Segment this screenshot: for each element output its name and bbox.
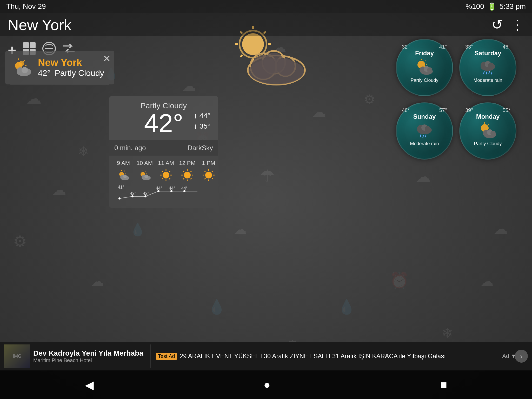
svg-point-111 [170, 190, 172, 192]
svg-line-59 [124, 171, 125, 171]
svg-point-32 [19, 61, 24, 66]
svg-line-77 [169, 171, 170, 172]
battery-level: %100 [466, 2, 484, 11]
page-title: New York [8, 16, 71, 34]
day-hi: 41° [439, 44, 447, 50]
forecast-card: Partly Cloudy 42° ↑ 44° ↓ 35° 0 min. ago… [109, 96, 218, 208]
ad-bar: IMG Dev Kadroyla Yeni Yıla Merhaba Marit… [0, 342, 532, 370]
ad-image: IMG [4, 344, 30, 368]
up-arrow: ↑ [194, 112, 197, 120]
day-condition: Partly Cloudy [474, 141, 502, 147]
current-temp: 42° [38, 68, 50, 78]
forecast-minmax: ↑ 44° ↓ 35° [194, 112, 210, 130]
svg-point-108 [131, 195, 134, 197]
svg-line-133 [489, 71, 489, 74]
status-time: 5:33 pm [500, 2, 526, 11]
hourly-item: 10 AM [136, 160, 154, 182]
svg-point-38 [22, 67, 28, 73]
svg-line-88 [190, 178, 191, 179]
svg-line-131 [484, 71, 484, 74]
source: DarkSky [188, 144, 213, 152]
svg-text:42°: 42° [130, 191, 136, 196]
svg-point-149 [490, 131, 496, 136]
svg-text:42°: 42° [143, 191, 149, 196]
recent-button[interactable]: ■ [440, 378, 447, 391]
ad-next-button[interactable]: › [515, 350, 528, 363]
svg-point-71 [163, 172, 169, 178]
svg-rect-26 [30, 42, 36, 48]
svg-point-89 [205, 172, 212, 178]
current-weather-card: ✕ New York 42° Partly Cloudy [5, 51, 114, 84]
svg-line-132 [486, 72, 487, 74]
test-ad-badge: Test Ad [156, 353, 177, 360]
day-lo: 32° [402, 44, 410, 50]
day-condition: Partly Cloudy [410, 78, 438, 83]
svg-line-87 [183, 178, 184, 179]
svg-rect-25 [23, 42, 29, 48]
day-forecast-grid: 32° 41° Friday Partly Cloudy 33° 46° Sat… [396, 39, 516, 159]
svg-point-80 [184, 172, 191, 178]
hourly-section: 9 AM 10 AM 11 AM [109, 156, 218, 208]
day-lo: 39° [465, 107, 473, 113]
hourly-item: 12 PM [178, 160, 196, 182]
svg-line-66 [145, 171, 146, 171]
svg-line-86 [190, 171, 191, 172]
svg-text:41°: 41° [118, 185, 124, 189]
ad-label: Ad ▼ [502, 353, 516, 360]
day-condition: Moderate rain [410, 141, 439, 147]
day-forecast-circle: 32° 41° Friday Partly Cloudy [396, 39, 453, 96]
hourly-item: 9 AM [114, 160, 132, 182]
menu-button[interactable]: ⋮ [511, 17, 524, 32]
svg-line-47 [240, 55, 242, 57]
back-button[interactable]: ◀ [85, 378, 94, 391]
bottom-nav: ◀ ● ■ [0, 370, 532, 399]
svg-line-140 [423, 135, 423, 137]
hourly-item: 1 PM [200, 160, 218, 182]
svg-line-76 [162, 171, 163, 172]
current-condition: Partly Cloudy [55, 68, 104, 78]
day-hi: 55° [503, 107, 510, 113]
hourly-item: 11 AM [157, 160, 175, 182]
status-date: Thu, Nov 29 [6, 2, 46, 11]
ad-title: Dev Kadroyla Yeni Yıla Merhaba [33, 349, 143, 357]
svg-line-139 [420, 135, 421, 137]
svg-line-97 [212, 178, 213, 179]
svg-line-134 [491, 72, 492, 74]
day-name: Friday [415, 50, 434, 57]
svg-line-94 [204, 171, 205, 172]
svg-point-130 [488, 63, 494, 68]
svg-text:44°: 44° [169, 186, 175, 190]
low-temp: 35° [200, 122, 210, 130]
high-temp: 44° [200, 112, 210, 120]
header: New York ↺ ⋮ [0, 13, 532, 36]
svg-point-126 [427, 67, 432, 72]
svg-point-107 [118, 197, 121, 200]
day-name: Sunday [413, 113, 436, 120]
day-forecast-circle: 48° 57° Sunday Moderate rain [396, 102, 453, 159]
ad-text: 29 ARALIK EVENT YÜKSEL I 30 Aralık ZİYNE… [180, 353, 527, 360]
city-name: New York [38, 57, 104, 68]
home-button[interactable]: ● [263, 378, 270, 391]
svg-line-121 [425, 61, 425, 61]
svg-line-96 [204, 178, 205, 179]
svg-line-79 [169, 178, 170, 179]
day-lo: 48° [402, 107, 410, 113]
day-hi: 46° [503, 44, 510, 50]
svg-line-95 [212, 171, 213, 172]
svg-point-110 [157, 190, 159, 192]
day-name: Saturday [475, 50, 501, 57]
svg-line-144 [488, 124, 489, 125]
day-forecast-circle: 33° 46° Saturday Moderate rain [459, 39, 516, 96]
day-forecast-circle: 39° 55° Monday Partly Cloudy [459, 102, 516, 159]
time-ago: 0 min. ago [114, 144, 146, 152]
ad-subtitle: Maritim Pine Beach Hotel [33, 357, 143, 363]
temp-graph: 41° 42° 42° 44° 44° 44° [114, 183, 213, 202]
svg-line-78 [162, 178, 163, 179]
refresh-button[interactable]: ↺ [491, 17, 503, 32]
svg-point-40 [242, 33, 264, 55]
svg-line-141 [425, 135, 426, 137]
svg-line-85 [183, 171, 184, 172]
down-arrow: ↓ [194, 122, 197, 130]
close-button[interactable]: ✕ [103, 53, 111, 64]
svg-point-70 [144, 175, 148, 178]
